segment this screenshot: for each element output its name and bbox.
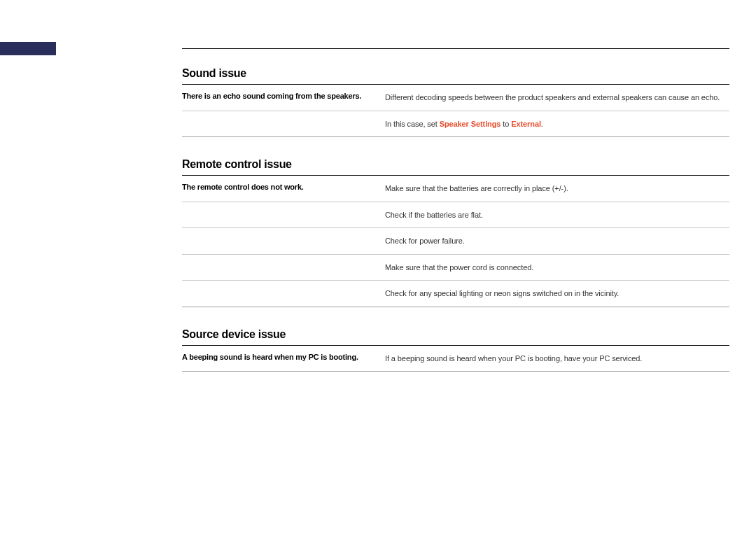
solution-prefix: In this case, set bbox=[385, 120, 440, 128]
problem-text bbox=[182, 281, 385, 307]
table-row: There is an echo sound coming from the s… bbox=[182, 85, 729, 111]
solution-text: Check for any special lighting or neon s… bbox=[385, 281, 729, 307]
table-row: Check for power failure. bbox=[182, 228, 729, 255]
problem-text: The remote control does not work. bbox=[182, 176, 385, 202]
solution-text: Check if the batteries are flat. bbox=[385, 202, 729, 228]
highlight-text: Speaker Settings bbox=[440, 120, 501, 128]
table-row: In this case, set Speaker Settings to Ex… bbox=[182, 111, 729, 138]
solution-text: If a beeping sound is heard when your PC… bbox=[385, 346, 729, 372]
section-title-remote: Remote control issue bbox=[182, 158, 729, 176]
troubleshooting-content: Sound issue There is an echo sound comin… bbox=[182, 67, 729, 372]
table-row: Check for any special lighting or neon s… bbox=[182, 281, 729, 307]
header-accent-bar bbox=[0, 42, 56, 55]
solution-text: Different decoding speeds between the pr… bbox=[385, 85, 729, 111]
problem-text bbox=[182, 111, 385, 137]
problem-text: A beeping sound is heard when my PC is b… bbox=[182, 346, 385, 372]
highlight-text: External bbox=[511, 120, 541, 128]
table-row: The remote control does not work. Make s… bbox=[182, 176, 729, 202]
section-title-sound: Sound issue bbox=[182, 67, 729, 85]
table-row: A beeping sound is heard when my PC is b… bbox=[182, 346, 729, 372]
solution-text: Make sure that the batteries are correct… bbox=[385, 176, 729, 202]
problem-text bbox=[182, 255, 385, 281]
solution-mid: to bbox=[500, 120, 511, 128]
solution-text: In this case, set Speaker Settings to Ex… bbox=[385, 111, 729, 137]
table-row: Check if the batteries are flat. bbox=[182, 202, 729, 229]
section-title-source: Source device issue bbox=[182, 328, 729, 346]
solution-suffix: . bbox=[541, 120, 543, 128]
header-rule bbox=[182, 48, 729, 49]
problem-text bbox=[182, 228, 385, 254]
table-row: Make sure that the power cord is connect… bbox=[182, 255, 729, 281]
problem-text: There is an echo sound coming from the s… bbox=[182, 85, 385, 111]
problem-text bbox=[182, 202, 385, 228]
solution-text: Make sure that the power cord is connect… bbox=[385, 255, 729, 281]
solution-text: Check for power failure. bbox=[385, 228, 729, 254]
